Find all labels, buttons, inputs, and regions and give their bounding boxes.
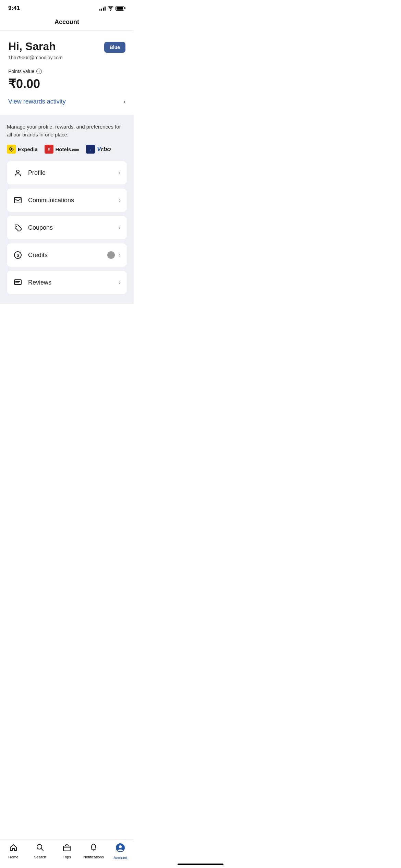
credits-menu-item[interactable]: $ Credits › (7, 243, 127, 267)
vrbo-brand: V Vrbo (86, 145, 111, 154)
svg-rect-12 (14, 280, 21, 285)
points-label: Points value i (8, 69, 125, 74)
dollar-icon: $ (13, 250, 23, 260)
status-time: 9:41 (8, 5, 20, 12)
expedia-label: Expedia (18, 146, 38, 152)
page-header: Account (0, 14, 134, 31)
tag-icon (13, 223, 23, 232)
points-value: ₹0.00 (8, 77, 125, 91)
account-section: Hi, Sarah Blue 1bb79b6d@moodjoy.com Poin… (0, 31, 134, 115)
expedia-brand: Expedia (7, 145, 38, 154)
svg-point-7 (16, 170, 19, 173)
svg-rect-14 (15, 282, 19, 283)
hotels-brand: H Hotels.com (45, 145, 79, 154)
rewards-link[interactable]: View rewards activity › (8, 98, 125, 107)
svg-rect-8 (14, 197, 21, 203)
hotels-label: Hotels.com (56, 146, 79, 152)
greeting-text: Hi, Sarah (8, 40, 56, 52)
signal-icon (99, 6, 106, 11)
communications-menu-item[interactable]: Communications › (7, 189, 127, 212)
blue-badge: Blue (104, 42, 125, 53)
profile-chevron-icon: › (119, 170, 121, 176)
brand-logos: Expedia H Hotels.com V (7, 145, 127, 154)
svg-point-0 (110, 10, 111, 11)
info-icon[interactable]: i (36, 69, 42, 74)
vrbo-icon: V (86, 145, 95, 154)
svg-rect-13 (15, 281, 20, 282)
reviews-chevron-icon: › (119, 279, 121, 286)
credits-badge (107, 251, 115, 259)
reviews-label: Reviews (28, 279, 51, 286)
star-icon (13, 278, 23, 287)
brands-section: Manage your profile, rewards, and prefer… (0, 115, 134, 304)
hotels-icon: H (45, 145, 53, 154)
vrbo-label: Vrbo (97, 146, 111, 153)
coupons-chevron-icon: › (119, 225, 121, 231)
credits-label: Credits (28, 252, 48, 259)
status-icons (99, 6, 125, 11)
manage-text: Manage your profile, rewards, and prefer… (7, 123, 127, 138)
communications-label: Communications (28, 197, 74, 204)
wifi-icon (108, 6, 113, 11)
reviews-menu-item[interactable]: Reviews › (7, 271, 127, 294)
communications-chevron-icon: › (119, 197, 121, 203)
svg-text:$: $ (16, 253, 19, 258)
page-title: Account (54, 19, 79, 25)
svg-text:V: V (89, 148, 92, 151)
expedia-icon (7, 145, 16, 154)
svg-text:H: H (48, 147, 50, 151)
status-bar: 9:41 (0, 0, 134, 14)
credits-chevron-icon: › (119, 252, 121, 258)
chevron-right-icon: › (123, 98, 125, 105)
coupons-menu-item[interactable]: Coupons › (7, 216, 127, 239)
profile-menu-item[interactable]: Profile › (7, 161, 127, 184)
person-icon (13, 168, 23, 178)
battery-icon (116, 6, 125, 11)
profile-label: Profile (28, 169, 46, 177)
coupons-label: Coupons (28, 224, 53, 231)
mail-icon (13, 195, 23, 205)
user-email: 1bb79b6d@moodjoy.com (8, 55, 125, 60)
svg-point-9 (16, 226, 17, 227)
